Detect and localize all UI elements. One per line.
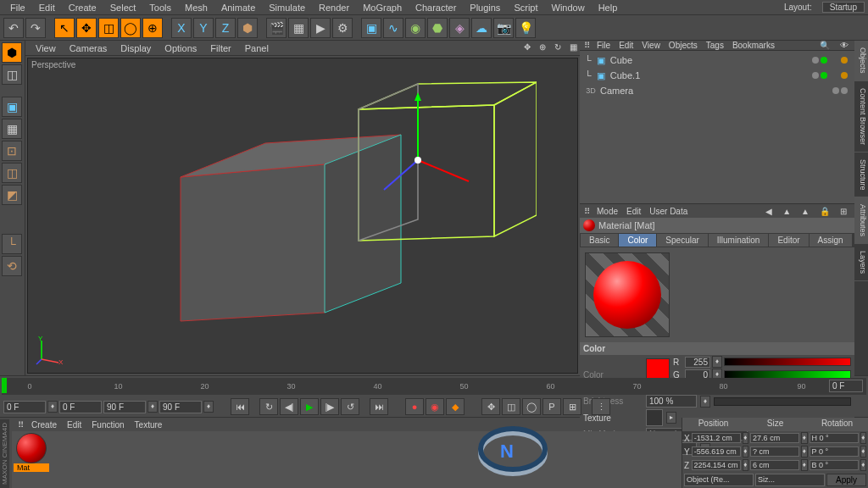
pos-z[interactable] [692, 460, 741, 470]
menu-script[interactable]: Script [507, 3, 544, 13]
key-rot[interactable]: ◯ [522, 398, 541, 415]
timeline-ruler[interactable]: 0 10 20 30 40 50 60 70 80 90 [2, 378, 866, 395]
render-settings[interactable]: ⚙ [332, 18, 353, 38]
menu-window[interactable]: Window [545, 3, 592, 13]
object-tree[interactable]: └▣ Cube └▣ Cube.1 3D Camera [580, 51, 854, 203]
goto-end[interactable]: ⏭ [370, 398, 388, 415]
next-frame[interactable]: |▶ [320, 398, 339, 415]
back-icon[interactable]: ◀ [761, 207, 776, 216]
coord-mode-dropdown[interactable]: Object (Re... [684, 474, 754, 486]
matmgr-edit[interactable]: Edit [62, 420, 86, 430]
search-icon[interactable]: 🔍 [815, 41, 834, 50]
vtab-content[interactable]: Content Browser [854, 81, 868, 152]
menu-plugins[interactable]: Plugins [463, 3, 507, 13]
vtab-layers[interactable]: Layers [854, 244, 868, 281]
vtab-structure[interactable]: Structure [854, 152, 868, 198]
viewport-3d[interactable]: Perspective [27, 58, 578, 374]
menu-render[interactable]: Render [312, 3, 356, 13]
attr-userdata[interactable]: User Data [645, 207, 692, 216]
brightness-input[interactable] [646, 395, 697, 408]
render-view[interactable]: 🎬 [266, 18, 287, 38]
add-camera[interactable]: 📷 [493, 18, 514, 38]
current-frame-field[interactable] [829, 380, 863, 392]
menu-mesh[interactable]: Mesh [178, 3, 214, 13]
rot-p[interactable] [810, 446, 859, 457]
add-generator[interactable]: ⬣ [427, 18, 448, 38]
render-region[interactable]: ▦ [288, 18, 309, 38]
redo-button[interactable]: ↷ [25, 18, 46, 38]
key-pla[interactable]: ⊞ [563, 398, 581, 415]
matmgr-texture[interactable]: Texture [130, 420, 168, 430]
vtab-attributes[interactable]: Attributes [854, 197, 868, 244]
model-mode[interactable]: ◫ [2, 64, 22, 85]
menu-edit[interactable]: Edit [32, 3, 62, 13]
attr-edit[interactable]: Edit [622, 207, 645, 216]
up-icon[interactable]: ▲ [797, 207, 814, 216]
pos-x[interactable] [692, 433, 741, 443]
loop-toggle[interactable]: ↺ [341, 398, 359, 415]
range-start[interactable] [3, 401, 46, 413]
add-light[interactable]: 💡 [515, 18, 536, 38]
prev-frame[interactable]: ◀| [280, 398, 298, 415]
lock-icon[interactable]: 🔒 [815, 207, 834, 216]
lastused-tool[interactable]: ⊕ [142, 18, 163, 38]
timeline-playhead[interactable] [2, 378, 7, 393]
menu-mograph[interactable]: MoGraph [356, 3, 409, 13]
axis-tool[interactable]: └ [2, 234, 22, 254]
z-axis-toggle[interactable]: Z [215, 18, 236, 38]
render-pv[interactable]: ▶ [310, 18, 331, 38]
key-scale[interactable]: ◫ [502, 398, 520, 415]
select-tool[interactable]: ↖ [54, 18, 75, 38]
project-end[interactable] [159, 401, 202, 413]
key-pos[interactable]: ✥ [481, 398, 500, 415]
brightness-slider[interactable] [714, 397, 851, 406]
view-zoom-icon[interactable]: ⊕ [532, 42, 546, 54]
add-deformer[interactable]: ◈ [449, 18, 470, 38]
rot-h[interactable] [810, 433, 859, 443]
record-button[interactable]: ● [405, 398, 424, 415]
view-menu-cameras[interactable]: Cameras [63, 43, 114, 53]
view-rotate-icon[interactable]: ↻ [548, 42, 561, 54]
tree-row-cube1[interactable]: └▣ Cube.1 [581, 68, 853, 83]
key-param[interactable]: P [542, 398, 561, 415]
eye-icon[interactable]: 👁 [836, 41, 853, 50]
objmgr-tags[interactable]: Tags [702, 41, 728, 50]
view-menu-options[interactable]: Options [158, 43, 203, 53]
objmgr-view[interactable]: View [637, 41, 665, 50]
tab-editor[interactable]: Editor [769, 234, 808, 247]
material-thumb[interactable] [16, 433, 47, 463]
menu-file[interactable]: File [3, 3, 32, 13]
r-input[interactable] [685, 357, 710, 368]
view-menu-panel[interactable]: Panel [238, 43, 275, 53]
r-spinner[interactable]: ♦ [712, 356, 722, 368]
tab-color[interactable]: Color [619, 234, 656, 247]
rot-b[interactable] [810, 460, 859, 470]
apply-button[interactable]: Apply [826, 474, 866, 486]
add-cube[interactable]: ▣ [361, 18, 381, 38]
tab-basic[interactable]: Basic [581, 234, 618, 247]
material-list[interactable]: Mat [12, 431, 682, 488]
add-nurbs[interactable]: ◉ [405, 18, 426, 38]
menu-create[interactable]: Create [62, 3, 103, 13]
objmgr-objects[interactable]: Objects [665, 41, 702, 50]
menu-character[interactable]: Character [409, 3, 463, 13]
view-menu-view[interactable]: View [29, 43, 63, 53]
rotate-tool[interactable]: ◯ [120, 18, 141, 38]
current-frame[interactable] [59, 401, 102, 413]
objmgr-bookmarks[interactable]: Bookmarks [728, 41, 779, 50]
x-axis-toggle[interactable]: X [171, 18, 192, 38]
layout-dropdown[interactable]: Startup [822, 2, 865, 13]
add-environment[interactable]: ☁ [471, 18, 492, 38]
view-layout-icon[interactable]: ▦ [563, 42, 576, 54]
pos-y[interactable] [692, 446, 741, 457]
edge-mode[interactable]: ◫ [2, 163, 22, 183]
view-menu-display[interactable]: Display [114, 43, 158, 53]
loop-button[interactable]: ↻ [259, 398, 278, 415]
y-axis-toggle[interactable]: Y [193, 18, 214, 38]
tab-illumination[interactable]: Illumination [709, 234, 769, 247]
objmgr-edit[interactable]: Edit [615, 41, 637, 50]
view-nav-icon[interactable]: ✥ [517, 42, 531, 54]
new-icon[interactable]: ⊞ [836, 207, 851, 216]
polygon-mode[interactable]: ◩ [2, 185, 22, 205]
tree-row-cube[interactable]: └▣ Cube [581, 53, 853, 68]
